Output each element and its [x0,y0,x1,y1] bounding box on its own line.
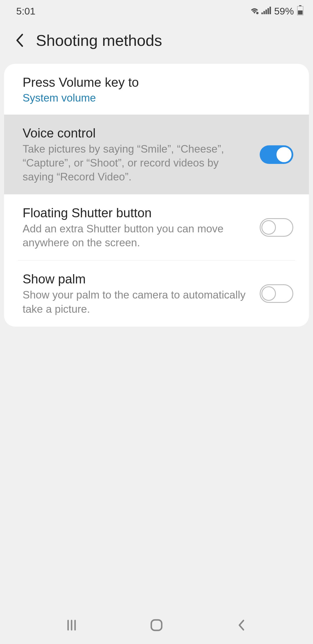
setting-floating-shutter-description: Add an extra Shutter button you can move… [23,222,251,250]
setting-voice-control-description: Take pictures by saying “Smile”, “Cheese… [23,142,251,184]
back-button[interactable] [14,35,26,46]
setting-volume-key[interactable]: Press Volume key to System volume [4,64,309,115]
nav-recents-button[interactable] [61,615,82,635]
chevron-left-icon [15,33,24,47]
voice-control-toggle[interactable] [260,145,293,164]
svg-rect-13 [151,620,162,630]
nav-back-button[interactable] [231,615,252,635]
settings-panel: Press Volume key to System volume Voice … [4,64,309,327]
status-icons [249,6,271,16]
setting-floating-shutter[interactable]: Floating Shutter button Add an extra Shu… [4,194,309,260]
setting-show-palm[interactable]: Show palm Show your palm to the camera t… [4,261,309,326]
wifi-icon [249,6,260,16]
svg-rect-9 [298,10,303,15]
floating-shutter-toggle[interactable] [260,218,293,237]
svg-rect-4 [265,10,267,14]
home-icon [150,618,163,632]
svg-rect-5 [267,8,269,14]
status-right: 59% [249,5,304,17]
toggle-knob [261,220,276,235]
toggle-knob [261,286,276,301]
back-icon [237,619,246,632]
setting-floating-shutter-title: Floating Shutter button [23,205,251,221]
battery-percent: 59% [274,6,294,17]
svg-rect-3 [263,11,265,14]
toggle-knob [276,146,292,163]
page-header: Shooting methods [0,20,313,64]
page-title: Shooting methods [36,31,162,49]
signal-icon [261,6,271,16]
setting-voice-control[interactable]: Voice control Take pictures by saying “S… [4,115,309,194]
battery-icon [297,5,304,17]
show-palm-toggle[interactable] [260,284,293,303]
recents-icon [65,619,78,632]
setting-show-palm-description: Show your palm to the camera to automati… [23,288,251,316]
navigation-bar [0,606,313,644]
svg-rect-2 [261,12,263,14]
setting-voice-control-title: Voice control [23,125,251,141]
svg-rect-6 [270,7,271,14]
setting-show-palm-title: Show palm [23,271,251,287]
setting-volume-key-title: Press Volume key to [23,74,293,90]
nav-home-button[interactable] [146,615,167,635]
status-time: 5:01 [16,6,35,17]
setting-volume-key-value: System volume [23,92,293,104]
status-bar: 5:01 59% [0,0,313,20]
